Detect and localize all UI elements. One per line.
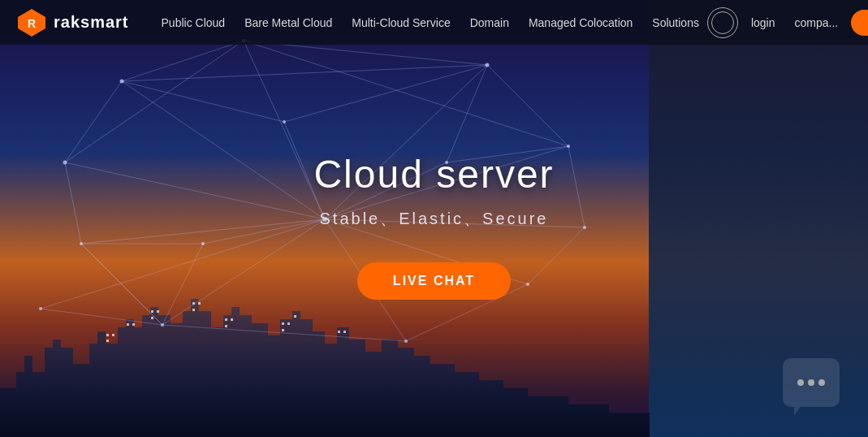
svg-line-43 — [81, 244, 162, 325]
language-selector[interactable] — [707, 7, 738, 38]
svg-line-20 — [122, 81, 325, 219]
svg-line-33 — [568, 146, 585, 227]
svg-point-56 — [120, 80, 124, 84]
svg-line-46 — [122, 81, 284, 122]
nav-actions: login compa... register — [707, 7, 868, 38]
login-button[interactable]: login — [745, 11, 782, 34]
svg-line-49 — [447, 65, 487, 162]
chat-dot-2 — [808, 379, 814, 386]
svg-point-58 — [486, 63, 490, 67]
register-button[interactable]: register — [851, 10, 868, 36]
svg-point-64 — [80, 242, 83, 245]
svg-point-60 — [583, 226, 586, 229]
svg-line-28 — [65, 162, 325, 219]
chat-widget[interactable] — [779, 352, 844, 413]
svg-point-67 — [283, 120, 286, 123]
nav-link-bare-metal-cloud[interactable]: Bare Metal Cloud — [236, 11, 340, 34]
svg-text:R: R — [28, 17, 36, 30]
logo-text: raksmart — [54, 13, 129, 32]
svg-point-66 — [39, 307, 42, 310]
svg-point-59 — [567, 145, 570, 148]
svg-line-21 — [244, 41, 325, 219]
svg-point-65 — [63, 161, 67, 165]
hero-title: Cloud server — [313, 152, 554, 197]
language-icon — [711, 11, 734, 34]
nav-link-domain[interactable]: Domain — [462, 11, 517, 34]
svg-line-39 — [65, 81, 122, 162]
svg-line-40 — [122, 65, 487, 81]
chat-dots — [797, 379, 825, 386]
svg-line-47 — [284, 65, 487, 122]
hero-content: Cloud server Stable、Elastic、Secure LIVE … — [313, 152, 554, 300]
nav-link-public-cloud[interactable]: Public Cloud — [153, 11, 234, 34]
svg-line-26 — [81, 219, 325, 244]
navbar: R raksmart Public Cloud Bare Metal Cloud… — [0, 0, 868, 45]
chat-dot-3 — [818, 379, 825, 386]
svg-line-42 — [244, 41, 568, 146]
chat-bubble — [783, 358, 840, 407]
svg-point-62 — [404, 340, 408, 343]
svg-line-30 — [122, 41, 244, 81]
nav-links: Public Cloud Bare Metal Cloud Multi-Clou… — [153, 11, 707, 34]
svg-point-63 — [161, 323, 164, 327]
company-button[interactable]: compa... — [788, 11, 845, 34]
svg-line-45 — [41, 219, 325, 309]
svg-line-44 — [41, 309, 162, 325]
nav-link-multi-cloud-service[interactable]: Multi-Cloud Service — [343, 11, 458, 34]
raksmart-logo-icon: R — [16, 7, 47, 38]
live-chat-button[interactable]: LIVE CHAT — [357, 262, 511, 300]
nav-link-solutions[interactable]: Solutions — [644, 11, 707, 34]
hero-section: R raksmart Public Cloud Bare Metal Cloud… — [0, 0, 868, 437]
nav-link-managed-colocation[interactable]: Managed Colocation — [520, 11, 641, 34]
svg-line-38 — [65, 162, 81, 244]
svg-line-41 — [65, 41, 244, 162]
svg-line-36 — [162, 325, 406, 341]
svg-line-25 — [162, 219, 325, 325]
logo[interactable]: R raksmart — [16, 7, 129, 38]
svg-line-53 — [162, 244, 203, 325]
svg-point-69 — [201, 242, 205, 245]
chat-dot-1 — [797, 379, 804, 386]
svg-line-32 — [487, 65, 568, 146]
hero-subtitle: Stable、Elastic、Secure — [313, 208, 554, 230]
